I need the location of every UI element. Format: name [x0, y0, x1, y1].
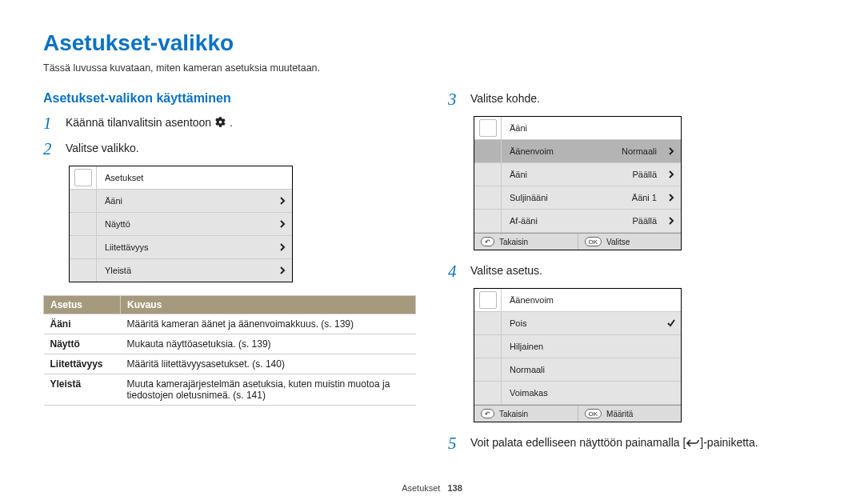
row-label: Ääni	[502, 165, 632, 184]
step-4-text: Valitse asetus.	[470, 263, 542, 279]
desc-head-setting: Asetus	[44, 295, 121, 314]
page-intro: Tässä luvussa kuvataan, miten kameran as…	[43, 62, 821, 74]
settings-desc-table: Asetus Kuvaus ÄäniMääritä kameran äänet …	[43, 295, 416, 406]
chevron-right-icon	[273, 220, 292, 228]
step-2: 2 Valitse valikko.	[43, 141, 416, 158]
row-value: Päällä	[632, 170, 662, 179]
volume-item-normaali[interactable]: Normaali	[474, 358, 681, 382]
footer-back-label: Takaisin	[499, 410, 528, 418]
step-1-text: Käännä tilanvalitsin asentoon .	[66, 115, 233, 133]
panel-footer: ↶ Takaisin OK Määritä	[474, 405, 681, 422]
desc-key: Liitettävyys	[44, 354, 121, 374]
footer-ok[interactable]: OK Valitse	[578, 234, 682, 250]
menu-item-label: Näyttö	[97, 214, 273, 234]
row-value: Normaali	[622, 146, 662, 156]
row-label: Äänenvoim	[502, 142, 622, 161]
step-3: 3 Valitse kohde.	[448, 91, 821, 108]
footer-back[interactable]: ↶ Takaisin	[474, 234, 578, 250]
row-label: Pois	[502, 314, 662, 333]
row-value: Ääni 1	[632, 193, 662, 202]
step-num-4: 4	[448, 263, 462, 280]
ok-pill: OK	[585, 237, 602, 246]
desc-val: Määritä liitettävyysasetukset. (s. 140)	[121, 354, 416, 374]
panel-sound-header: Ääni	[474, 117, 681, 140]
step-4: 4 Valitse asetus.	[448, 263, 821, 280]
panel-footer: ↶ Takaisin OK Valitse	[474, 233, 681, 250]
panel-header-icon	[474, 117, 502, 139]
ok-pill: OK	[585, 409, 602, 418]
footer-back-label: Takaisin	[499, 238, 528, 246]
menu-item-yleista[interactable]: Yleistä	[70, 259, 292, 282]
row-label: Voimakas	[502, 383, 662, 402]
footer-back[interactable]: ↶ Takaisin	[474, 406, 578, 422]
step-5-before: Voit palata edelliseen näyttöön painamal…	[470, 436, 686, 449]
desc-val: Määritä kameran äänet ja äänenvoimakkuus…	[121, 314, 416, 334]
content-columns: Asetukset-valikon käyttäminen 1 Käännä t…	[43, 91, 821, 461]
chevron-right-icon	[273, 266, 292, 274]
table-row: YleistäMuuta kamerajärjestelmän asetuksi…	[44, 374, 416, 405]
sound-row-shutter[interactable]: Suljinääni Ääni 1	[474, 186, 681, 210]
check-icon	[662, 318, 681, 328]
footer-page-number: 138	[448, 483, 462, 493]
step-2-text: Valitse valikko.	[66, 141, 139, 157]
chevron-right-icon	[273, 243, 292, 251]
panel-volume-header: Äänenvoim	[474, 289, 681, 312]
footer-category: Asetukset	[402, 483, 440, 493]
sound-row-sound[interactable]: Ääni Päällä	[474, 163, 681, 186]
step-num-1: 1	[43, 115, 58, 132]
step-num-2: 2	[43, 141, 58, 158]
menu-item-label: Liitettävyys	[97, 238, 273, 257]
table-row: ÄäniMääritä kameran äänet ja äänenvoimak…	[44, 314, 416, 334]
desc-val: Muuta kamerajärjestelmän asetuksia, kute…	[121, 374, 416, 405]
chevron-right-icon	[662, 170, 681, 178]
step-1: 1 Käännä tilanvalitsin asentoon .	[43, 115, 416, 133]
row-label: Suljinääni	[502, 188, 632, 207]
panel-header-icon	[474, 289, 502, 311]
row-label: Af-ääni	[502, 211, 632, 230]
desc-val: Mukauta näyttöasetuksia. (s. 139)	[121, 334, 416, 354]
step-1-after: .	[230, 116, 233, 129]
step-5: 5 Voit palata edelliseen näyttöön painam…	[448, 435, 821, 453]
panel-menu-header-icon	[70, 166, 97, 189]
menu-item-liitettavyys[interactable]: Liitettävyys	[70, 236, 292, 259]
desc-key: Yleistä	[44, 374, 121, 405]
table-row: NäyttöMukauta näyttöasetuksia. (s. 139)	[44, 334, 416, 354]
step-3-text: Valitse kohde.	[470, 91, 540, 107]
panel-volume-header-label: Äänenvoim	[502, 290, 681, 310]
page-title: Asetukset-valikko	[43, 30, 821, 56]
step-num-5: 5	[448, 435, 462, 452]
volume-item-voimakas[interactable]: Voimakas	[474, 382, 681, 405]
gear-icon	[214, 116, 226, 133]
table-row: LiitettävyysMääritä liitettävyysasetukse…	[44, 354, 416, 374]
row-label: Hiljainen	[502, 337, 662, 356]
panel-volume: Äänenvoim Pois Hiljainen Normaali Voimak…	[474, 288, 682, 422]
row-label: Normaali	[502, 360, 662, 379]
volume-item-hiljainen[interactable]: Hiljainen	[474, 335, 681, 358]
chevron-right-icon	[662, 194, 681, 202]
volume-item-pois[interactable]: Pois	[474, 312, 681, 335]
footer-ok[interactable]: OK Määritä	[578, 406, 682, 422]
step-1-before: Käännä tilanvalitsin asentoon	[66, 116, 214, 129]
panel-menu: Asetukset Ääni Näyttö Liitettävyys Yleis…	[69, 166, 293, 282]
step-num-3: 3	[448, 91, 462, 108]
desc-head-desc: Kuvaus	[121, 295, 416, 314]
panel-sound: Ääni Äänenvoim Normaali Ääni Päällä Sulj…	[474, 116, 682, 250]
panel-sound-header-label: Ääni	[502, 118, 681, 138]
row-value: Päällä	[632, 216, 662, 226]
sound-row-volume[interactable]: Äänenvoim Normaali	[474, 140, 681, 163]
desc-key: Näyttö	[44, 334, 121, 354]
menu-item-naytto[interactable]: Näyttö	[70, 213, 292, 236]
section-title: Asetukset-valikon käyttäminen	[43, 91, 416, 106]
menu-item-label: Yleistä	[97, 261, 273, 280]
panel-menu-header-label: Asetukset	[97, 168, 292, 187]
desc-key: Ääni	[44, 314, 121, 334]
sound-row-af[interactable]: Af-ääni Päällä	[474, 210, 681, 233]
left-column: Asetukset-valikon käyttäminen 1 Käännä t…	[43, 91, 416, 461]
right-column: 3 Valitse kohde. Ääni Äänenvoim Normaali…	[448, 91, 821, 461]
menu-item-aani[interactable]: Ääni	[70, 190, 292, 213]
step-5-after: ]-painiketta.	[700, 436, 758, 449]
chevron-right-icon	[662, 147, 681, 155]
chevron-right-icon	[273, 197, 292, 205]
chevron-right-icon	[662, 217, 681, 225]
back-icon: ↶	[481, 237, 494, 246]
